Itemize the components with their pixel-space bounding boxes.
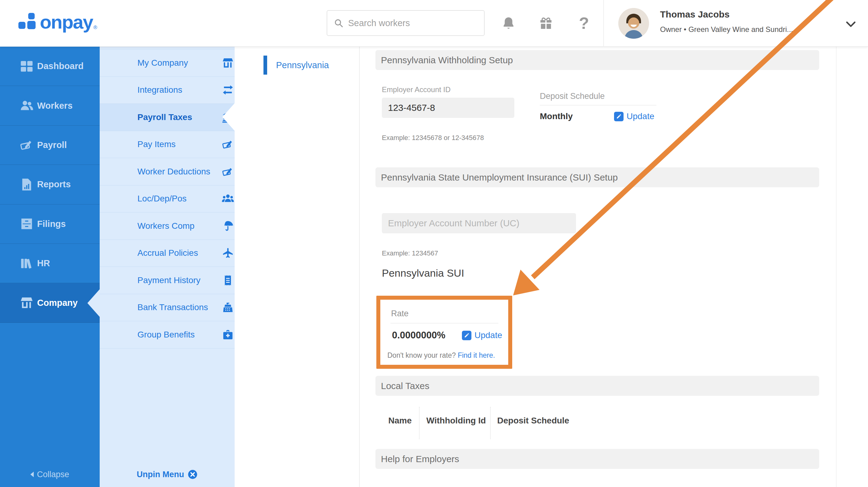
filings-icon — [20, 217, 34, 231]
search-input[interactable] — [348, 18, 471, 28]
submenu-label: Payroll Taxes — [137, 112, 192, 122]
update-label: Update — [474, 331, 502, 340]
registered-mark: ® — [94, 25, 97, 31]
sidebar-item-workers[interactable]: Workers — [0, 86, 100, 125]
submenu-item-worker-deductions[interactable]: Worker Deductions — [100, 158, 235, 185]
submenu-label: Integrations — [137, 85, 182, 95]
pen-icon — [222, 166, 234, 178]
header-divider — [603, 0, 604, 47]
airplane-icon — [222, 247, 234, 259]
sidebar-item-reports[interactable]: Reports — [0, 165, 100, 204]
workers-icon — [20, 98, 34, 113]
local-taxes-section-header: Local Taxes — [375, 376, 819, 396]
submenu-label: Workers Comp — [137, 221, 194, 231]
storefront-icon — [20, 296, 34, 310]
active-item-wedge — [87, 289, 100, 317]
receipt-icon — [222, 274, 234, 286]
local-taxes-column-name: Name — [388, 416, 412, 426]
sidebar-item-hr[interactable]: HR — [0, 244, 100, 283]
column-divider — [419, 407, 420, 439]
help-icon[interactable]: ? — [577, 13, 591, 28]
search-icon — [333, 18, 344, 28]
unpin-menu-button[interactable]: Unpin Menu — [100, 467, 235, 482]
rate-label: Rate — [391, 309, 408, 318]
medkit-icon — [222, 328, 234, 341]
sidebar-label: HR — [37, 258, 50, 268]
submenu-item-payroll-taxes[interactable]: Payroll Taxes — [100, 104, 235, 131]
column-divider — [490, 407, 491, 439]
onpay-logo-text: onpay — [40, 12, 93, 32]
pennsylvania-sui-heading: Pennsylvania SUI — [382, 267, 464, 279]
find-it-here-link[interactable]: Find it here. — [458, 351, 495, 359]
submenu-label: Group Benefits — [137, 330, 195, 340]
user-name: Thomas Jacobs — [660, 9, 730, 20]
edit-pencil-icon — [614, 112, 624, 121]
gift-icon[interactable] — [538, 16, 553, 31]
storefront-icon — [222, 57, 234, 69]
pen-icon — [222, 138, 234, 150]
rate-divider — [391, 323, 498, 323]
rate-help-text: Don't know your rate? Find it here. — [388, 351, 495, 360]
sidebar-item-payroll[interactable]: Payroll — [0, 125, 100, 165]
main-sidebar: Dashboard Workers Payroll Reports Filing… — [0, 47, 100, 487]
local-taxes-column-withholding-id: Withholding Id — [426, 416, 486, 426]
sui-account-number-input[interactable] — [382, 213, 576, 233]
dashboard-icon — [20, 59, 34, 74]
sidebar-label: Workers — [37, 101, 73, 111]
rate-value: 0.0000000% — [392, 329, 445, 341]
submenu-item-accrual-policies[interactable]: Accrual Policies — [100, 240, 235, 267]
submenu-label: Bank Transactions — [137, 303, 208, 312]
payroll-icon — [20, 138, 34, 152]
sui-example-text: Example: 1234567 — [382, 249, 438, 257]
deposit-schedule-label: Deposit Schedule — [540, 91, 605, 101]
employer-account-id-input[interactable] — [382, 98, 514, 118]
sidebar-item-dashboard[interactable]: Dashboard — [0, 47, 100, 86]
deposit-update-link[interactable]: Update — [614, 110, 654, 123]
submenu-item-integrations[interactable]: Integrations — [100, 77, 235, 104]
submenu-label: Payment History — [137, 276, 200, 285]
collapse-button[interactable]: Collapse — [0, 467, 100, 482]
submenu-item-bank-transactions[interactable]: Bank Transactions — [100, 294, 235, 321]
active-state-indicator — [264, 56, 267, 75]
employer-account-id-label: Employer Account ID — [382, 85, 451, 94]
state-nav-item-pennsylvania[interactable]: Pennsylvania — [235, 55, 359, 75]
sui-rate-highlight-box: Rate 0.0000000% Update Don't know your r… — [376, 296, 512, 369]
collapse-label: Collapse — [37, 470, 69, 479]
notifications-bell-icon[interactable] — [501, 16, 516, 31]
submenu-item-pay-items[interactable]: Pay Items — [100, 131, 235, 159]
chevron-down-icon[interactable] — [844, 17, 858, 31]
submenu-item-payment-history[interactable]: Payment History — [100, 267, 235, 294]
submenu-item-my-company[interactable]: My Company — [100, 50, 235, 77]
unpin-menu-label: Unpin Menu — [137, 470, 184, 479]
update-label: Update — [627, 111, 654, 121]
umbrella-icon — [222, 220, 234, 232]
submenu-item-loc-dep-pos[interactable]: Loc/Dep/Pos — [100, 185, 235, 213]
sidebar-label: Reports — [37, 179, 71, 190]
search-box[interactable] — [327, 10, 485, 36]
company-submenu: My Company Integrations Payroll Taxes Pa… — [100, 47, 235, 487]
onpay-logo[interactable]: onpay ® — [19, 12, 97, 33]
people-group-icon — [222, 193, 234, 205]
circle-x-icon — [188, 469, 197, 479]
state-label: Pennsylvania — [276, 60, 329, 70]
withholding-section-header: Pennsylvania Withholding Setup — [375, 50, 819, 70]
sidebar-item-company[interactable]: Company — [0, 283, 100, 322]
deposit-schedule-divider — [540, 105, 656, 105]
submenu-item-group-benefits[interactable]: Group Benefits — [100, 321, 235, 348]
sidebar-label: Company — [37, 298, 78, 308]
local-taxes-column-deposit-schedule: Deposit Schedule — [497, 416, 569, 426]
hr-books-icon — [20, 256, 34, 270]
sui-section-header: Pennsylvania State Unemployment Insuranc… — [375, 167, 819, 187]
submenu-label: Accrual Policies — [137, 248, 198, 258]
sidebar-label: Dashboard — [37, 61, 84, 71]
rate-update-link[interactable]: Update — [462, 329, 502, 341]
user-avatar[interactable] — [618, 8, 649, 39]
submenu-label: Loc/Dep/Pos — [137, 194, 186, 204]
submenu-item-workers-comp[interactable]: Workers Comp — [100, 212, 235, 240]
sidebar-item-filings[interactable]: Filings — [0, 204, 100, 244]
onpay-logo-icon — [19, 12, 38, 33]
deposit-schedule-value: Monthly — [540, 110, 572, 123]
help-section-header: Help for Employers — [375, 449, 819, 469]
content-right-border — [836, 47, 836, 487]
content-area: Pennsylvania Withholding Setup Employer … — [360, 47, 868, 487]
